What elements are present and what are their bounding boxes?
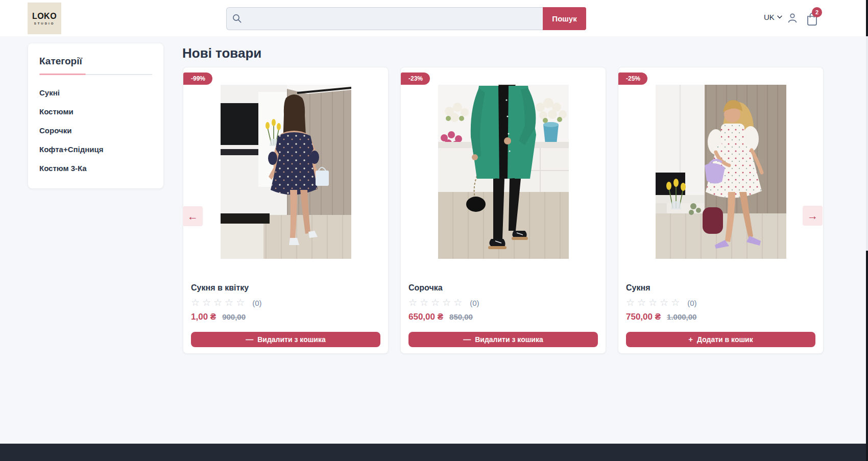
- remove-from-cart-button[interactable]: — Видалити з кошика: [191, 332, 380, 347]
- scrollbar[interactable]: [866, 0, 868, 461]
- categories-sidebar: Категорії Сукні Костюми Сорочки Кофта+Сп…: [28, 43, 163, 188]
- old-price: 1.000,00: [667, 312, 696, 321]
- price-row: 650,00 ₴ 850,00: [408, 312, 598, 322]
- sidebar-divider: [39, 74, 152, 75]
- rating-row: ☆☆☆☆☆ (0): [626, 298, 815, 308]
- product-title[interactable]: Сукня в квітку: [191, 283, 380, 293]
- search-button[interactable]: Пошук: [543, 7, 586, 30]
- rating-row: ☆☆☆☆☆ (0): [191, 298, 380, 308]
- old-price: 850,00: [449, 312, 473, 321]
- star-rating-icons: ☆☆☆☆☆: [191, 298, 247, 308]
- logo-text: LOKO: [32, 12, 57, 21]
- product-title[interactable]: Сукня: [626, 283, 815, 293]
- chevron-down-icon: [777, 15, 782, 19]
- remove-from-cart-button[interactable]: — Видалити з кошика: [408, 332, 598, 347]
- rating-row: ☆☆☆☆☆ (0): [408, 298, 598, 308]
- button-label: Додати в кошик: [697, 335, 753, 344]
- scrollbar-thumb[interactable]: [866, 36, 868, 251]
- category-list: Сукні Костюми Сорочки Кофта+Спідниця Кос…: [39, 89, 152, 173]
- add-to-cart-button[interactable]: + Додати в кошик: [626, 332, 815, 347]
- search-input[interactable]: [226, 7, 543, 30]
- review-count: (0): [470, 299, 479, 307]
- review-count: (0): [252, 299, 261, 307]
- product-info: Сукня в квітку ☆☆☆☆☆ (0) 1,00 ₴ 900,00 —…: [183, 283, 388, 347]
- current-price: 1,00 ₴: [191, 312, 216, 322]
- star-rating-icons: ☆☆☆☆☆: [626, 298, 682, 308]
- review-count: (0): [687, 299, 696, 307]
- current-price: 750,00 ₴: [626, 312, 661, 322]
- price-row: 750,00 ₴ 1.000,00: [626, 312, 815, 322]
- divider-accent: [39, 74, 86, 75]
- minus-icon: —: [463, 336, 471, 343]
- account-button[interactable]: [786, 12, 799, 27]
- language-selector[interactable]: UK: [764, 13, 782, 21]
- price-row: 1,00 ₴ 900,00: [191, 312, 380, 322]
- sidebar-item-shirts[interactable]: Сорочки: [39, 127, 152, 135]
- arrow-right-icon: →: [807, 210, 818, 222]
- star-rating-icons: ☆☆☆☆☆: [408, 298, 465, 308]
- divider-track: [86, 74, 152, 75]
- sidebar-item-suit-3pc[interactable]: Костюм 3-Ка: [39, 164, 152, 173]
- current-price: 650,00 ₴: [408, 312, 443, 322]
- logo[interactable]: LOKO STUDIO: [28, 3, 61, 34]
- user-icon: [786, 12, 799, 25]
- button-label: Видалити з кошика: [475, 335, 543, 344]
- product-info: Сорочка ☆☆☆☆☆ (0) 650,00 ₴ 850,00 — Вида…: [401, 283, 606, 347]
- search-bar: Пошук: [226, 7, 586, 30]
- logo-subtext: STUDIO: [34, 22, 55, 25]
- carousel-prev-button[interactable]: ←: [183, 206, 203, 226]
- plus-icon: +: [688, 336, 693, 343]
- discount-badge: -99%: [183, 72, 212, 85]
- button-label: Видалити з кошика: [257, 335, 326, 344]
- page: LOKO STUDIO Пошук UK: [0, 0, 868, 461]
- new-products-carousel: -99%: [183, 67, 824, 354]
- product-image[interactable]: [438, 85, 569, 259]
- page-title: Нові товари: [182, 45, 261, 61]
- discount-badge: -25%: [618, 72, 647, 85]
- sidebar-item-suits[interactable]: Костюми: [39, 108, 152, 116]
- sidebar-item-sweater-skirt[interactable]: Кофта+Спідниця: [39, 145, 152, 154]
- product-info: Сукня ☆☆☆☆☆ (0) 750,00 ₴ 1.000,00 + Дода…: [618, 283, 823, 347]
- discount-badge: -23%: [401, 72, 430, 85]
- header: LOKO STUDIO Пошук UK: [0, 0, 868, 36]
- product-card: -99%: [183, 67, 389, 354]
- footer: [0, 444, 868, 461]
- sidebar-title: Категорії: [39, 56, 152, 67]
- product-image[interactable]: [656, 85, 786, 259]
- minus-icon: —: [246, 336, 253, 343]
- language-label: UK: [764, 13, 775, 21]
- sidebar-item-dresses[interactable]: Сукні: [39, 89, 152, 97]
- product-card: -25%: [618, 67, 824, 354]
- product-title[interactable]: Сорочка: [408, 283, 598, 293]
- product-card: -23%: [400, 67, 606, 354]
- old-price: 900,00: [222, 312, 246, 321]
- cart-count-badge: 2: [812, 7, 822, 17]
- carousel-next-button[interactable]: →: [803, 206, 823, 226]
- cart-button[interactable]: 2: [806, 12, 818, 28]
- arrow-left-icon: ←: [187, 210, 198, 223]
- product-image[interactable]: [221, 85, 351, 259]
